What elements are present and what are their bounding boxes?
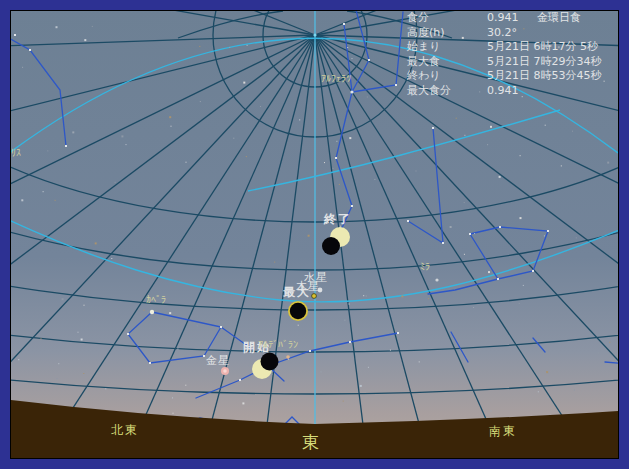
mercury-dot (312, 294, 317, 299)
direction-east: 東 (302, 434, 320, 451)
planetarium-window: 食分 0.941 金環日食 高度(h) 30.2° 始まり 5月21日 6時17… (0, 0, 629, 469)
info-row-label: 最大食分 (407, 85, 451, 96)
star-aldebaran (286, 355, 290, 359)
zenith-point (313, 33, 316, 36)
star-capella (150, 310, 154, 314)
info-row-value: 5月21日 8時53分45秒 (487, 70, 602, 81)
info-row-label: 高度(h) (407, 27, 445, 38)
direction-northeast: 北東 (111, 424, 139, 436)
venus-dot-core (223, 369, 227, 373)
info-row-label: 最大食 (407, 56, 440, 67)
info-row-value: 5月21日 7時29分34秒 (487, 56, 602, 67)
alpheratz-label: ｱﾙﾌｪﾗﾂ (321, 74, 351, 84)
info-row-value: 30.2° (487, 27, 517, 38)
star-mira (435, 278, 438, 281)
star-alpheratz (350, 90, 353, 93)
info-row-value: 5月21日 6時17分 5秒 (487, 41, 598, 52)
info-row-label: 食分 (407, 12, 429, 23)
eclipse-end-label: 終了 (324, 213, 352, 225)
info-row-value: 0.941 (487, 85, 519, 96)
aldebaran-label: ｱﾙﾃﾞﾊﾞﾗﾝ (258, 340, 298, 350)
mercury-label: 水星 (304, 272, 328, 283)
info-row-label: 終わり (407, 70, 441, 81)
mira-label: ﾐﾗ (420, 262, 430, 272)
info-row-label: 始まり (407, 41, 441, 52)
clipped-star-label: ﾘｽ (11, 148, 21, 158)
info-row-value: 0.941 (487, 12, 519, 23)
eclipse-max-marker (288, 301, 308, 321)
capella-label: ｶﾍﾟﾗ (146, 295, 166, 305)
info-row-note: 金環日食 (537, 12, 581, 23)
venus-label: 金星 (206, 355, 230, 366)
direction-southeast: 南東 (489, 425, 517, 437)
